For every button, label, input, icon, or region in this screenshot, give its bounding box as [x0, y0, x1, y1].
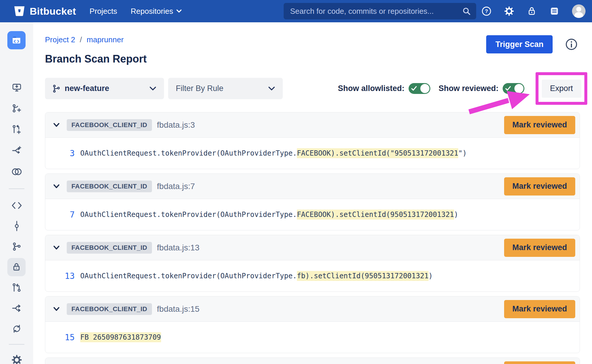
finding-location: fbdata.js:3 — [157, 120, 195, 130]
controls-row: new-feature Filter By Rule Show allowlis… — [45, 78, 580, 99]
collapse-chevron-icon[interactable] — [53, 245, 60, 250]
mark-reviewed-button[interactable]: Mark reviewed — [504, 361, 575, 364]
main-content: Project 2 / maprunner Trigger Scan Branc… — [33, 22, 592, 364]
breadcrumb-separator: / — [80, 35, 82, 44]
toggles-and-export: Show allowlisted: Show reviewed: Export — [338, 72, 580, 105]
finding-card: FACEBOOK_CLIENT_ID fbdata.js:3 Mark revi… — [45, 112, 580, 169]
create-fork-icon[interactable] — [11, 145, 22, 156]
chevron-down-icon — [268, 86, 275, 91]
code-line: OAuthClientRequest.tokenProvider(OAuthPr… — [80, 149, 467, 157]
collapse-chevron-icon[interactable] — [53, 184, 60, 189]
global-search[interactable] — [284, 3, 476, 19]
finding-code-row: 3 OAuthClientRequest.tokenProvider(OAuth… — [45, 138, 580, 169]
export-button[interactable]: Export — [542, 80, 581, 98]
code-line-number: 13 — [45, 271, 75, 281]
finding-card-header: Mark reviewed — [45, 358, 580, 364]
code-highlight: FB 2650987631873709 — [80, 332, 161, 342]
code-post: ) — [429, 272, 433, 280]
finding-card-header: FACEBOOK_CLIENT_ID fbdata.js:13 Mark rev… — [45, 235, 580, 260]
left-sidebar — [0, 22, 33, 364]
feedback-icon[interactable] — [549, 6, 559, 16]
create-pull-request-icon[interactable] — [11, 124, 22, 135]
avatar-body — [574, 12, 583, 18]
bitbucket-logo[interactable]: Bitbucket — [13, 5, 76, 17]
check-icon — [505, 86, 511, 91]
repository-icon[interactable] — [7, 31, 26, 49]
gear-icon[interactable] — [504, 6, 514, 16]
finding-card: Mark reviewed — [45, 358, 580, 364]
branch-selector-dropdown[interactable]: new-feature — [45, 78, 164, 99]
code-pre: OAuthClientRequest.tokenProvider(OAuthPr… — [80, 210, 297, 219]
create-branch-icon[interactable] — [11, 103, 22, 114]
svg-text:?: ? — [485, 9, 488, 14]
info-icon[interactable] — [565, 38, 578, 51]
code-line: OAuthClientRequest.tokenProvider(OAuthPr… — [80, 210, 458, 219]
show-reviewed-toggle[interactable] — [503, 83, 524, 94]
mark-reviewed-button[interactable]: Mark reviewed — [504, 300, 575, 318]
settings-gear-icon[interactable] — [11, 355, 22, 364]
branches-icon[interactable] — [11, 241, 22, 252]
security-scan-lock-icon[interactable] — [7, 258, 26, 276]
findings-list: FACEBOOK_CLIENT_ID fbdata.js:3 Mark revi… — [45, 112, 580, 364]
sync-icon[interactable] — [11, 323, 22, 334]
page-actions: Trigger Scan — [486, 35, 578, 53]
rule-badge: FACEBOOK_CLIENT_ID — [67, 181, 152, 192]
mark-reviewed-button[interactable]: Mark reviewed — [504, 116, 575, 134]
navbar-actions: ? — [481, 0, 586, 22]
export-annotation-box: Export — [536, 72, 587, 105]
mark-reviewed-button[interactable]: Mark reviewed — [504, 177, 575, 196]
chevron-down-icon — [176, 9, 182, 13]
code-post: ) — [454, 210, 458, 219]
clone-icon[interactable] — [11, 82, 22, 93]
show-allowlisted-toggle[interactable] — [409, 83, 430, 94]
code-highlight: FACEBOOK).setClientId(950513172001321 — [297, 210, 454, 220]
rule-filter-dropdown[interactable]: Filter By Rule — [168, 78, 283, 99]
toggle-knob — [514, 84, 524, 93]
user-avatar[interactable] — [572, 4, 586, 18]
finding-card-header: FACEBOOK_CLIENT_ID fbdata.js:7 Mark revi… — [45, 174, 580, 199]
code-line-number: 7 — [45, 210, 75, 220]
nav-item-repositories-label: Repositories — [131, 7, 173, 16]
search-input[interactable] — [290, 7, 462, 16]
toggle-knob — [420, 84, 429, 93]
show-reviewed-label: Show reviewed: — [439, 84, 499, 93]
trigger-scan-button[interactable]: Trigger Scan — [486, 35, 553, 53]
finding-card-header: FACEBOOK_CLIENT_ID fbdata.js:15 Mark rev… — [45, 296, 580, 322]
collapse-chevron-icon[interactable] — [53, 307, 60, 311]
code-post: ") — [458, 149, 467, 157]
rule-badge: FACEBOOK_CLIENT_ID — [67, 242, 152, 254]
breadcrumb-repo-link[interactable]: maprunner — [87, 35, 124, 44]
rule-badge: FACEBOOK_CLIENT_ID — [67, 119, 152, 131]
code-line-number: 15 — [45, 333, 75, 342]
finding-card: FACEBOOK_CLIENT_ID fbdata.js:13 Mark rev… — [45, 235, 580, 292]
finding-location: fbdata.js:7 — [157, 182, 195, 191]
code-line-number: 3 — [45, 149, 75, 158]
collapse-chevron-icon[interactable] — [53, 123, 60, 127]
sidebar-divider — [9, 188, 24, 189]
forks-icon[interactable] — [11, 303, 22, 314]
commits-icon[interactable] — [11, 221, 22, 231]
pull-requests-icon[interactable] — [11, 282, 22, 293]
code-pre: OAuthClientRequest.tokenProvider(OAuthPr… — [80, 272, 297, 280]
finding-location: fbdata.js:13 — [157, 243, 200, 252]
search-icon[interactable] — [462, 7, 471, 16]
help-icon[interactable]: ? — [481, 6, 491, 16]
source-code-icon[interactable] — [11, 200, 22, 211]
show-allowlisted-label: Show allowlisted: — [338, 84, 404, 93]
compare-icon[interactable] — [11, 166, 22, 177]
lock-icon[interactable] — [527, 6, 537, 16]
bitbucket-bucket-icon — [13, 5, 26, 17]
sidebar-divider-bottom — [9, 344, 24, 345]
branch-icon — [53, 84, 60, 93]
nav-item-repositories[interactable]: Repositories — [131, 7, 182, 16]
top-navbar: Bitbucket Projects Repositories ? — [0, 0, 592, 22]
avatar-head — [576, 7, 581, 12]
navbar-menu: Projects Repositories — [90, 7, 182, 16]
branch-selected-value: new-feature — [65, 84, 109, 93]
code-line: FB 2650987631873709 — [80, 333, 161, 341]
mark-reviewed-button[interactable]: Mark reviewed — [504, 239, 575, 257]
finding-location: fbdata.js:15 — [157, 304, 200, 314]
finding-code-row: 7 OAuthClientRequest.tokenProvider(OAuth… — [45, 199, 580, 230]
nav-item-projects[interactable]: Projects — [90, 7, 117, 16]
breadcrumb-project-link[interactable]: Project 2 — [45, 35, 75, 44]
